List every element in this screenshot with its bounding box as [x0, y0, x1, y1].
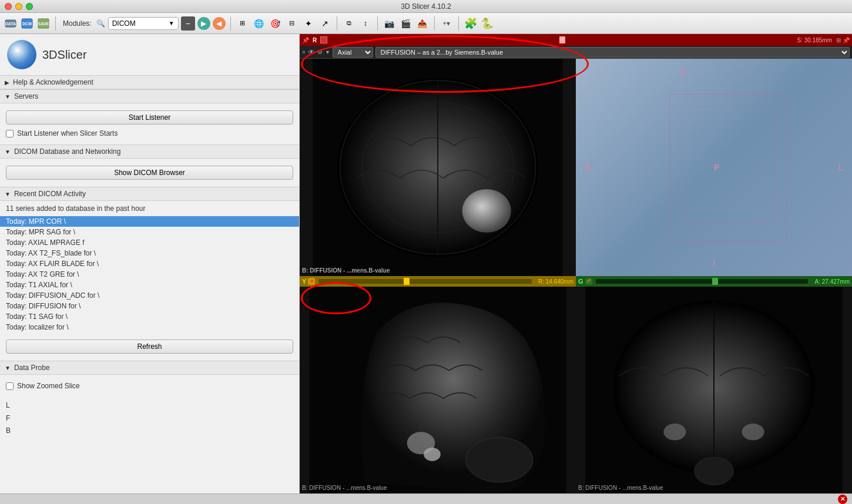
start-listener-button[interactable]: Start Listener: [6, 110, 293, 125]
save-icon[interactable]: SAVE: [36, 16, 51, 31]
plus-more-icon[interactable]: +▾: [440, 16, 454, 31]
sparkle-icon[interactable]: ✦: [301, 16, 316, 31]
dcm-icon[interactable]: DCM: [20, 16, 34, 31]
data-icon[interactable]: DATA: [4, 16, 18, 31]
viewer-content: B: DIFFUSION - ...mens.B-value S R P L I: [300, 59, 852, 493]
nav-back-btn[interactable]: ◀: [213, 17, 226, 30]
sep6: [458, 16, 459, 31]
show-dicom-browser-button[interactable]: Show DICOM Browser: [6, 166, 293, 180]
sphere-icon[interactable]: 🌐: [252, 16, 266, 31]
activity-item-8[interactable]: Today: DIFFUSION for \: [0, 301, 299, 311]
activity-item-0[interactable]: Today: MPR COR \: [0, 216, 299, 227]
search-icon[interactable]: 🔍: [96, 19, 106, 28]
yellow-pin-btn[interactable]: 📌: [308, 278, 315, 285]
window-controls[interactable]: [5, 3, 33, 10]
modules-label: Modules:: [63, 19, 92, 28]
activity-item-5[interactable]: Today: AX T2 GRE for \: [0, 269, 299, 280]
show-zoomed-checkbox[interactable]: [6, 382, 14, 390]
yellow-slider-thumb[interactable]: [404, 278, 410, 285]
film-icon[interactable]: 🎬: [399, 16, 413, 31]
layout-icon[interactable]: ⊞: [236, 16, 250, 31]
green-slider-thumb[interactable]: [712, 278, 718, 285]
axial-eye-icon[interactable]: 👁: [308, 48, 315, 56]
module-selector[interactable]: DICOM ▼: [108, 17, 179, 30]
target-icon[interactable]: 🎯: [269, 16, 283, 31]
data-probe-section-label: Data Probe: [14, 364, 50, 372]
sagittal-view[interactable]: B: DIFFUSION - ...mens.B-value: [300, 287, 576, 493]
sep5: [434, 16, 435, 31]
python-icon[interactable]: 🐍: [480, 16, 494, 31]
axial-slider-thumb[interactable]: [559, 36, 565, 43]
activity-item-7[interactable]: Today: DIFFUSION_ADC for \: [0, 290, 299, 301]
view-expand-icon[interactable]: ⊞: [836, 37, 841, 43]
volume-selector[interactable]: DIFFUSION – as a 2...by Siemens.B-value: [375, 47, 850, 58]
activity-item-6[interactable]: Today: T1 AXIAL for \: [0, 280, 299, 290]
sagittal-wrapper: Y 📌 R: 14.640mm: [300, 276, 576, 493]
sep4: [377, 16, 378, 31]
cursor-icon[interactable]: ↗: [318, 16, 332, 31]
probe-F: F: [6, 412, 293, 425]
start-listener-checkbox-row: Start Listener when Slicer Starts: [6, 127, 293, 140]
export-icon[interactable]: 📤: [415, 16, 430, 31]
maximize-button[interactable]: [26, 3, 33, 10]
axial-settings-icon[interactable]: ⚙: [317, 49, 323, 55]
sagittal-view-label: B: DIFFUSION - ...mens.B-value: [302, 485, 387, 491]
svg-point-19: [695, 457, 734, 485]
arrow-up-icon[interactable]: ↕: [358, 16, 373, 31]
data-probe-arrow-icon: ▼: [5, 365, 11, 371]
green-slice-slider[interactable]: [596, 279, 808, 284]
axial-chevron-icon[interactable]: »: [302, 49, 306, 55]
axial-slice-slider[interactable]: [331, 38, 787, 42]
axial-pin-icon[interactable]: 📌: [302, 37, 309, 43]
nav-minus[interactable]: −: [181, 16, 195, 31]
dicom-db-section-header[interactable]: ▼ DICOM Database and Networking: [0, 145, 299, 159]
svg-point-10: [462, 189, 511, 233]
yellow-slice-slider[interactable]: [318, 279, 532, 284]
activity-item-10[interactable]: Today: localizer for \: [0, 322, 299, 332]
svg-point-20: [663, 424, 686, 441]
3d-view[interactable]: S R P L I: [576, 59, 852, 276]
sidebar: 3DSlicer ▶ Help & Acknowledgement ▼ Serv…: [0, 34, 300, 493]
sep1: [55, 16, 56, 31]
help-arrow-icon: ▶: [5, 79, 9, 86]
svg-text:DATA: DATA: [5, 22, 16, 26]
activity-item-9[interactable]: Today: T1 SAG for \: [0, 311, 299, 322]
error-button[interactable]: ✕: [838, 495, 847, 504]
camera-icon[interactable]: 📷: [383, 16, 397, 31]
dicom-db-content: Show DICOM Browser: [0, 159, 299, 187]
red-pin-box[interactable]: [320, 36, 327, 43]
show-zoomed-label: Show Zoomed Slice: [17, 382, 80, 390]
grid-icon[interactable]: ⊟: [285, 16, 299, 31]
close-button[interactable]: [5, 3, 12, 10]
start-listener-checkbox[interactable]: [6, 130, 14, 137]
view-pin-icon[interactable]: 📌: [843, 37, 850, 43]
green-pin-btn[interactable]: 📌: [585, 278, 592, 285]
nav-forward-btn[interactable]: ▶: [197, 17, 210, 30]
extensions-icon[interactable]: 🧩: [464, 16, 478, 31]
activity-item-4[interactable]: Today: AX FLAIR BLADE for \: [0, 258, 299, 269]
servers-content: Start Listener Start Listener when Slice…: [0, 103, 299, 145]
axial-view[interactable]: B: DIFFUSION - ...mens.B-value: [300, 59, 576, 276]
sep3: [337, 16, 337, 31]
help-section-header[interactable]: ▶ Help & Acknowledgement: [0, 75, 299, 89]
servers-section-header[interactable]: ▼ Servers: [0, 89, 299, 103]
slicer-logo: [7, 40, 36, 69]
view-layout-icon[interactable]: ⧉: [342, 16, 356, 31]
activity-list: Today: MPR COR \ Today: MPR SAG for \ To…: [0, 216, 299, 332]
yellow-toolbar: Y 📌 R: 14.640mm: [300, 276, 576, 287]
orientation-selector[interactable]: Axial Sagittal Coronal: [333, 47, 373, 58]
coronal-view[interactable]: B: DIFFUSION - ...mens.B-value: [576, 287, 852, 493]
svg-point-15: [424, 448, 441, 461]
activity-item-2[interactable]: Today: AXIAL MPRAGE f: [0, 237, 299, 248]
orient-i-label: I: [713, 258, 715, 267]
svg-text:DCM: DCM: [22, 22, 32, 26]
svg-text:SAVE: SAVE: [38, 22, 49, 26]
svg-point-21: [742, 424, 764, 441]
data-probe-section-header[interactable]: ▼ Data Probe: [0, 361, 299, 375]
green-slice-value: A: 27.427mm: [811, 278, 850, 285]
recent-section-header[interactable]: ▼ Recent DICOM Activity: [0, 187, 299, 201]
refresh-button[interactable]: Refresh: [6, 340, 293, 354]
activity-item-1[interactable]: Today: MPR SAG for \: [0, 227, 299, 237]
minimize-button[interactable]: [15, 3, 22, 10]
activity-item-3[interactable]: Today: AX T2_FS_blade for \: [0, 248, 299, 258]
